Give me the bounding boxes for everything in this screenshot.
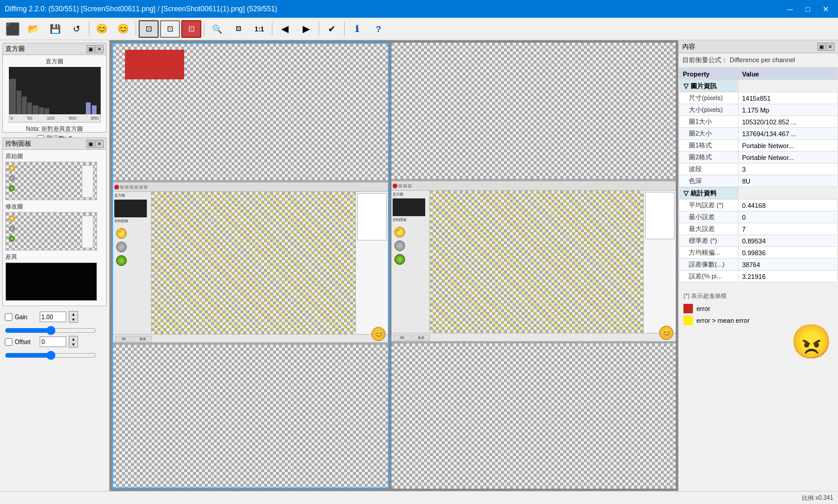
diff-thumbnail-row <box>5 262 104 301</box>
prop-name: 波段 <box>679 163 739 175</box>
toolbar-separator-1 <box>89 22 89 36</box>
yellow-stripes-overlay <box>152 192 355 334</box>
control-restore-btn[interactable]: ▣ <box>86 140 95 148</box>
right-viewport: 直方圖 控制面板 😊 <box>391 43 676 489</box>
status-bar: 比例 x0.341 <box>0 491 838 504</box>
maximize-button[interactable]: □ <box>800 3 815 15</box>
tb-dot3 <box>130 185 133 189</box>
right-inner-screenshot: 直方圖 控制面板 😊 <box>391 181 676 341</box>
histogram-close-btn[interactable]: ✕ <box>95 45 104 53</box>
gain-offset-section: Gain ▲ ▼ Offset ▲ ▼ <box>0 309 109 363</box>
original-thumbnail <box>5 162 97 200</box>
inner-ok-btn[interactable]: OK <box>115 336 133 342</box>
control-panel-section: 控制面板 ▣ ✕ 原始圖 <box>2 137 107 306</box>
prop-value: Portable Networ... <box>739 140 838 152</box>
gain-checkbox[interactable] <box>5 313 12 321</box>
inner-cancel-btn[interactable]: 取消 <box>134 336 152 342</box>
inner-toolbar-strip <box>113 182 388 192</box>
tb-dot <box>120 185 124 189</box>
control-panel-body: 原始圖 修改圖 <box>3 150 106 306</box>
inner-smiley1: 😊 <box>116 228 127 239</box>
zoom-fit-button[interactable]: ⊡ <box>228 20 248 38</box>
right-ok-btn[interactable]: OK <box>393 335 411 341</box>
prop-value: 105320/102.852 ... <box>739 116 838 128</box>
check-button[interactable]: ✔ <box>322 20 342 38</box>
value-header: Value <box>739 68 838 80</box>
frame2-button[interactable]: ⊡ <box>160 20 180 38</box>
histogram-ruler: 050100500850 <box>9 114 101 123</box>
right-close-btn[interactable]: ✕ <box>826 43 834 51</box>
right-inner-right-panel <box>643 191 676 333</box>
legend-mean-error-color <box>683 316 693 325</box>
prop-name: 圖1格式 <box>679 140 739 152</box>
window-title: Diffimg 2.2.0: (530/551) [ScreenShot0061… <box>5 5 277 13</box>
right-cancel-btn[interactable]: 取消 <box>412 335 430 341</box>
offset-up-btn[interactable]: ▲ <box>69 336 78 342</box>
histogram-note: Nota: 矩對差異直方圖 <box>26 125 84 133</box>
prev-button[interactable]: ◀ <box>275 20 295 38</box>
formula-label: 目前衡量公式： <box>682 56 728 63</box>
minimize-button[interactable]: ─ <box>782 3 798 15</box>
smiley-button[interactable]: 😊 <box>92 20 112 38</box>
histogram-section: 直方圖 ▣ ✕ 直方圖 <box>2 43 107 133</box>
prop-value: 8U <box>739 175 838 187</box>
toolbar-separator-3 <box>204 22 204 36</box>
toolbar-separator-4 <box>272 22 272 36</box>
zoom-button[interactable]: 🔍 <box>207 20 227 38</box>
diff-button[interactable]: ⊡ <box>181 20 201 38</box>
info-button[interactable]: ℹ <box>347 20 367 38</box>
offset-label: Offset <box>15 339 37 345</box>
prop-value: 38764 <box>739 259 838 271</box>
smiley2-button[interactable]: 😊 <box>113 20 133 38</box>
legend-error-label: error <box>696 305 710 312</box>
control-close-btn[interactable]: ✕ <box>95 140 104 148</box>
gain-row: Gain ▲ ▼ <box>5 311 104 323</box>
gain-slider[interactable] <box>5 326 97 335</box>
right-inner-sidebar: 直方圖 控制面板 😊 <box>391 191 430 333</box>
gain-up-btn[interactable]: ▲ <box>69 312 78 317</box>
legend-mean-error-label: error > mean error <box>696 317 750 324</box>
toolbar: ⬛ 📂 💾 ↺ 😊 😊 ⊡ ⊡ ⊡ 🔍 ⊡ 1:1 ◀ ▶ ✔ ℹ ? <box>0 18 838 40</box>
prop-name: 圖2大小 <box>679 128 739 140</box>
next-button[interactable]: ▶ <box>296 20 316 38</box>
gain-input[interactable] <box>40 312 66 322</box>
rtb-dot2 <box>403 184 407 188</box>
histogram-canvas <box>9 67 101 114</box>
scale1-button[interactable]: 1:1 <box>249 20 269 38</box>
prop-value: Portable Networ... <box>739 152 838 163</box>
right-inner-text1: 直方圖 <box>393 192 428 197</box>
right-panel-title: 內容 <box>682 42 695 51</box>
offset-slider[interactable] <box>5 351 97 359</box>
control-panel-header: 控制面板 ▣ ✕ <box>3 138 106 150</box>
open-button[interactable]: ⬛ <box>2 20 23 38</box>
right-panel-header: 內容 ▣ ✕ <box>679 40 838 53</box>
gain-spinner: ▲ ▼ <box>69 311 78 323</box>
inner-sidebar: 直方圖 控制面板 😊 <box>113 192 152 334</box>
offset-down-btn[interactable]: ▼ <box>69 342 78 347</box>
toolbar-separator-6 <box>344 22 345 36</box>
right-bottom-smiley: 😊 <box>659 326 673 340</box>
rtb-dot3 <box>408 184 412 188</box>
diff-label: 差異 <box>5 253 104 261</box>
close-button[interactable]: ✕ <box>818 3 833 15</box>
bottom-checker-area <box>113 345 388 487</box>
offset-checkbox[interactable] <box>5 338 12 346</box>
save-button[interactable]: 💾 <box>45 20 65 38</box>
histogram-restore-btn[interactable]: ▣ <box>86 45 95 53</box>
frame1-button[interactable]: ⊡ <box>139 20 159 38</box>
right-panel-controls: ▣ ✕ <box>817 43 834 51</box>
folder-button[interactable]: 📂 <box>24 20 44 38</box>
right-inner-green <box>394 254 405 265</box>
right-restore-btn[interactable]: ▣ <box>817 43 826 51</box>
right-bottom-checker <box>391 344 676 489</box>
prop-value: 3 <box>739 163 838 175</box>
gain-down-btn[interactable]: ▼ <box>69 317 78 322</box>
help-button[interactable]: ? <box>368 20 389 38</box>
tb-dot4 <box>134 185 138 189</box>
histogram-area: 直方圖 050100500850 <box>3 55 106 132</box>
inner-sidebar-text2: 控制面板 <box>114 219 150 224</box>
big-smiley-face: 😠 <box>791 325 832 358</box>
red-highlight-rect <box>125 50 184 79</box>
offset-input[interactable] <box>40 336 66 347</box>
reload-button[interactable]: ↺ <box>66 20 86 38</box>
